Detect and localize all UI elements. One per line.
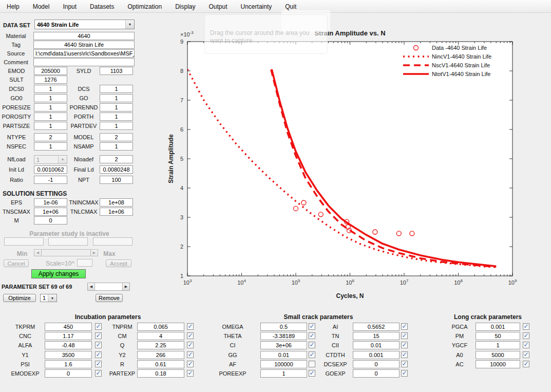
field-source[interactable]: I:\cmd\data1\users\rlc\Sandboxes\MSF_ [33, 49, 135, 58]
field-q[interactable]: 2.25 [137, 341, 184, 349]
checkbox-r[interactable]: ✓ [187, 361, 194, 367]
field-emod[interactable]: 205000 [34, 67, 67, 75]
field-npt[interactable]: 100 [100, 176, 133, 184]
field-tag[interactable]: 4640 Strain Life [33, 41, 135, 49]
field-porosity[interactable]: 1 [34, 113, 67, 121]
optimize-count-dropdown[interactable]: 1 ▼ [40, 294, 57, 302]
field-pgca[interactable]: 0.001 [476, 323, 520, 331]
field-a0[interactable]: 5000 [476, 351, 520, 359]
checkbox-a0[interactable]: ✓ [523, 351, 529, 358]
field-psi[interactable]: 1.6 [45, 360, 92, 368]
field-dcsexp[interactable]: 0 [353, 360, 400, 368]
field-nsamp[interactable]: 1 [100, 142, 133, 151]
field-dcs0[interactable]: 1 [34, 85, 67, 93]
field-ci[interactable]: 3e+06 [260, 341, 307, 349]
checkbox-pgca[interactable]: ✓ [523, 323, 529, 330]
field-cii[interactable]: 0.01 [353, 341, 400, 349]
checkbox-emodexp[interactable]: ✓ [95, 370, 102, 377]
checkbox-cm[interactable]: ✓ [187, 332, 194, 339]
field-porennd[interactable]: 1 [100, 103, 133, 111]
slider-track[interactable] [95, 283, 122, 290]
data-set-dropdown[interactable]: 4640 Strain Life ▼ [34, 20, 135, 29]
field-tkprm[interactable]: 450 [45, 323, 92, 331]
field-dcs[interactable]: 1 [100, 85, 133, 93]
checkbox-ygcf[interactable]: ✓ [523, 342, 529, 348]
field-ygcf[interactable]: 1 [476, 341, 520, 349]
field-init-ld[interactable]: 0.0010062 [34, 165, 67, 174]
field-partexp[interactable]: 0.18 [137, 369, 184, 378]
menu-datasets[interactable]: Datasets [83, 0, 121, 12]
field-ratio[interactable]: -1 [34, 176, 67, 184]
checkbox-dcsexp[interactable]: ✓ [401, 361, 408, 367]
checkbox-psi[interactable]: ✓ [95, 361, 102, 367]
checkbox-gg[interactable]: ✓ [309, 351, 315, 358]
field-porth[interactable]: 1 [100, 113, 133, 121]
parameter-set-slider[interactable]: ◀ ▶ [87, 283, 130, 291]
field-poresize[interactable]: 1 [34, 103, 67, 111]
checkbox-tkprm[interactable]: ✓ [95, 323, 102, 330]
checkbox-cnc[interactable]: ✓ [95, 332, 102, 339]
field-final-ld[interactable]: 0.0080248 [100, 165, 133, 174]
field-tnprm[interactable]: 0.065 [137, 323, 184, 331]
field-nspec[interactable]: 1 [34, 142, 67, 151]
checkbox-tn[interactable]: ✓ [401, 332, 408, 339]
field-nloadef[interactable]: 2 [100, 155, 133, 163]
apply-changes-button[interactable]: Apply changes [31, 269, 86, 278]
checkbox-omega[interactable]: ✓ [309, 323, 315, 330]
slider-left-arrow-icon[interactable]: ◀ [88, 283, 95, 290]
field-partsize[interactable]: 1 [34, 122, 67, 130]
checkbox-theta[interactable]: ✓ [309, 332, 315, 339]
field-go0[interactable]: 1 [34, 94, 67, 102]
menu-input[interactable]: Input [56, 0, 83, 12]
field-tnincmax[interactable]: 1e+08 [100, 198, 133, 207]
field-r[interactable]: 0.61 [137, 360, 184, 368]
checkbox-q[interactable]: ✓ [187, 342, 194, 348]
field-omega[interactable]: 0.5 [260, 323, 307, 331]
checkbox-partexp[interactable]: ✓ [187, 370, 194, 377]
field-af[interactable]: 100000 [260, 360, 307, 368]
checkbox-ai[interactable]: ✓ [401, 323, 408, 330]
menu-output[interactable]: Output [202, 0, 234, 12]
field-poreexp[interactable]: 1 [260, 369, 307, 378]
checkbox-pm[interactable]: ✓ [523, 332, 529, 339]
menu-uncertainty[interactable]: Uncertainty [234, 0, 279, 12]
field-ac[interactable]: 10000 [476, 360, 520, 368]
menu-optimization[interactable]: Optimization [121, 0, 168, 12]
field-sult[interactable]: 1276 [34, 76, 67, 84]
checkbox-goexp[interactable]: ✓ [401, 370, 408, 377]
field-cm[interactable]: 4 [137, 332, 184, 340]
field-ctdth[interactable]: 0.001 [353, 351, 400, 359]
menu-model[interactable]: Model [26, 0, 56, 12]
checkbox-ci[interactable]: ✓ [309, 342, 315, 348]
field-goexp[interactable]: 0 [353, 369, 400, 378]
field-model[interactable]: 2 [100, 133, 133, 141]
chevron-down-icon[interactable]: ▼ [48, 294, 56, 302]
field-partdev[interactable]: 1 [100, 122, 133, 130]
checkbox-y2[interactable]: ✓ [187, 351, 194, 358]
field-go[interactable]: 1 [100, 94, 133, 102]
field-emodexp[interactable]: 0 [45, 369, 92, 378]
menu-help[interactable]: Help [0, 0, 26, 12]
checkbox-af[interactable] [309, 361, 315, 367]
optimize-button[interactable]: Optimize [3, 294, 36, 302]
checkbox-ac[interactable]: ✓ [523, 361, 529, 367]
field-cnc[interactable]: 1.17 [45, 332, 92, 340]
field-y2[interactable]: 266 [137, 351, 184, 359]
menu-display[interactable]: Display [168, 0, 202, 12]
field-pm[interactable]: 50 [476, 332, 520, 340]
field-tn[interactable]: 15 [353, 332, 400, 340]
remove-button[interactable]: Remove [96, 294, 123, 302]
checkbox-alfa[interactable]: ✓ [95, 342, 102, 348]
field-theta[interactable]: -3.38189 [260, 332, 307, 340]
field-comment[interactable] [33, 58, 135, 66]
field-ai[interactable]: 0.5652 [353, 323, 400, 331]
field-y1[interactable]: 3500 [45, 351, 92, 359]
slider-right-arrow-icon[interactable]: ▶ [122, 283, 129, 290]
checkbox-y1[interactable]: ✓ [95, 351, 102, 358]
field-gg[interactable]: 0.01 [260, 351, 307, 359]
field-tnlcmax[interactable]: 1e+06 [100, 208, 133, 216]
checkbox-poreexp[interactable]: ✓ [309, 370, 315, 377]
chevron-down-icon[interactable]: ▼ [125, 20, 134, 29]
field-tnscmax[interactable]: 1e+06 [34, 208, 67, 216]
field-syld[interactable]: 1103 [100, 67, 133, 75]
